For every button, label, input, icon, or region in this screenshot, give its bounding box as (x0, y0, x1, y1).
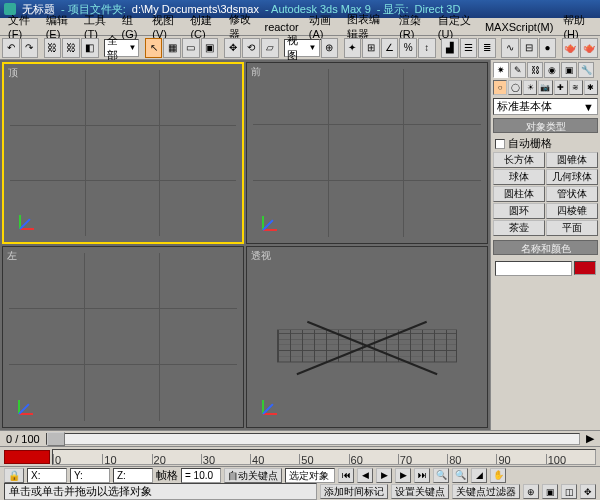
modify-tab[interactable]: ✎ (510, 62, 526, 78)
maximize-viewport-button[interactable]: ▣ (542, 484, 558, 499)
object-name-field[interactable] (495, 261, 572, 276)
y-field[interactable]: Y: (70, 468, 110, 483)
geosphere-button[interactable]: 几何球体 (546, 169, 598, 185)
spinner-snap-button[interactable]: ↕ (418, 38, 436, 58)
redo-button[interactable]: ↷ (21, 38, 39, 58)
layers-button[interactable]: ≣ (478, 38, 496, 58)
tube-button[interactable]: 管状体 (546, 186, 598, 202)
utilities-tab[interactable]: 🔧 (578, 62, 594, 78)
teapot-button[interactable]: 茶壶 (493, 220, 545, 236)
geometry-subtab[interactable]: ○ (493, 80, 507, 95)
space-warps-subtab[interactable]: ≋ (569, 80, 583, 95)
time-ruler[interactable]: 0 10 20 30 40 50 60 70 80 90 100 (52, 449, 596, 465)
primitives-combo[interactable]: 标准基本体▼ (493, 98, 598, 115)
manip-button[interactable]: ✦ (344, 38, 362, 58)
add-time-tag-button[interactable]: 添加时间标记 (320, 484, 388, 499)
viewport-perspective[interactable]: 透视 (246, 246, 488, 428)
command-panel: ✷ ✎ ⛓ ◉ ▣ 🔧 ○ ◯ ☀ 📷 ✚ ≋ ✱ 标准基本体▼ 对象类型 自动… (490, 60, 600, 430)
ref-coord-combo[interactable]: 视图▼ (284, 39, 319, 57)
rollout-object-type[interactable]: 对象类型 (493, 118, 598, 133)
box-button[interactable]: 长方体 (493, 152, 545, 168)
systems-subtab[interactable]: ✱ (584, 80, 598, 95)
zoom-all-button[interactable]: 🔍 (452, 468, 468, 483)
autogrid-checkbox[interactable] (495, 139, 505, 149)
zoom-button[interactable]: 🔍 (433, 468, 449, 483)
fov-button[interactable]: ◢ (471, 468, 487, 483)
goto-end-button[interactable]: ⏭ (414, 468, 430, 483)
dolly-button[interactable]: ✥ (580, 484, 596, 499)
pan-button[interactable]: ✋ (490, 468, 506, 483)
angle-snap-button[interactable]: ∠ (381, 38, 399, 58)
axis-gizmo (19, 391, 43, 415)
torus-button[interactable]: 圆环 (493, 203, 545, 219)
percent-snap-button[interactable]: % (399, 38, 417, 58)
render-scene-button[interactable]: 🫖 (562, 38, 580, 58)
color-swatch[interactable] (574, 261, 596, 275)
helpers-subtab[interactable]: ✚ (554, 80, 568, 95)
bind-button[interactable]: ◧ (81, 38, 99, 58)
status-bar: 🔒 X: Y: Z: 帧格 = 10.0 自动关键点 选定对象 ⏮ ◀ ▶ ▶ … (0, 466, 600, 500)
lock-button[interactable]: 🔒 (4, 468, 24, 483)
keymode-combo[interactable]: 选定对象 (285, 468, 335, 483)
menu-maxscript[interactable]: MAXScript(M) (481, 20, 557, 34)
keyfilter-button[interactable]: 关键点过滤器 (452, 484, 520, 499)
selection-filter-combo[interactable]: 全部▼ (104, 39, 139, 57)
select-region-button[interactable]: ▭ (182, 38, 200, 58)
rotate-button[interactable]: ⟲ (242, 38, 260, 58)
z-field[interactable]: Z: (113, 468, 153, 483)
select-button[interactable]: ↖ (145, 38, 163, 58)
viewport-area: 顶 前 左 (0, 60, 490, 430)
link-button[interactable]: ⛓ (44, 38, 62, 58)
axis-gizmo (263, 391, 287, 415)
min-max-button[interactable]: ◫ (561, 484, 577, 499)
track-bar-toggle[interactable] (4, 450, 50, 464)
viewport-left[interactable]: 左 (2, 246, 244, 428)
plane-button[interactable]: 平面 (546, 220, 598, 236)
time-slider[interactable] (46, 433, 580, 445)
motion-tab[interactable]: ◉ (544, 62, 560, 78)
play-button[interactable]: ▶ (376, 468, 392, 483)
arc-rotate-button[interactable]: ⊕ (523, 484, 539, 499)
menu-reactor[interactable]: reactor (260, 20, 302, 34)
axis-gizmo (263, 207, 287, 231)
select-name-button[interactable]: ▦ (163, 38, 181, 58)
main-toolbar: ↶ ↷ ⛓ ⛓ ◧ 全部▼ ↖ ▦ ▭ ▣ ✥ ⟲ ▱ 视图▼ ⊕ ✦ ⊞ ∠ … (0, 36, 600, 60)
lights-subtab[interactable]: ☀ (523, 80, 537, 95)
curve-editor-button[interactable]: ∿ (501, 38, 519, 58)
scroll-right-icon[interactable]: ▶ (586, 432, 594, 445)
pivot-button[interactable]: ⊕ (321, 38, 339, 58)
prev-frame-button[interactable]: ◀ (357, 468, 373, 483)
schematic-button[interactable]: ⊟ (520, 38, 538, 58)
goto-start-button[interactable]: ⏮ (338, 468, 354, 483)
time-thumb[interactable] (47, 432, 65, 446)
cylinder-button[interactable]: 圆柱体 (493, 186, 545, 202)
x-field[interactable]: X: (27, 468, 67, 483)
setkey-button[interactable]: 设置关键点 (391, 484, 449, 499)
snap-button[interactable]: ⊞ (362, 38, 380, 58)
autokey-button[interactable]: 自动关键点 (224, 468, 282, 483)
quick-render-button[interactable]: 🫖 (580, 38, 598, 58)
cone-button[interactable]: 圆锥体 (546, 152, 598, 168)
material-button[interactable]: ● (539, 38, 557, 58)
window-crossing-button[interactable]: ▣ (201, 38, 219, 58)
shapes-subtab[interactable]: ◯ (508, 80, 522, 95)
create-tab[interactable]: ✷ (493, 62, 509, 78)
viewport-front[interactable]: 前 (246, 62, 488, 244)
pyramid-button[interactable]: 四棱锥 (546, 203, 598, 219)
next-frame-button[interactable]: ▶ (395, 468, 411, 483)
sphere-button[interactable]: 球体 (493, 169, 545, 185)
display-tab[interactable]: ▣ (561, 62, 577, 78)
hierarchy-tab[interactable]: ⛓ (527, 62, 543, 78)
scale-button[interactable]: ▱ (261, 38, 279, 58)
align-button[interactable]: ☰ (460, 38, 478, 58)
time-readout: 0 / 100 (6, 433, 40, 445)
axis-gizmo (20, 206, 44, 230)
cameras-subtab[interactable]: 📷 (538, 80, 552, 95)
unlink-button[interactable]: ⛓ (62, 38, 80, 58)
move-button[interactable]: ✥ (224, 38, 242, 58)
viewport-top[interactable]: 顶 (2, 62, 244, 244)
rollout-name-color[interactable]: 名称和颜色 (493, 240, 598, 255)
undo-button[interactable]: ↶ (2, 38, 20, 58)
prompt-line: 单击或单击并拖动以选择对象 (4, 483, 317, 500)
mirror-button[interactable]: ▟ (441, 38, 459, 58)
